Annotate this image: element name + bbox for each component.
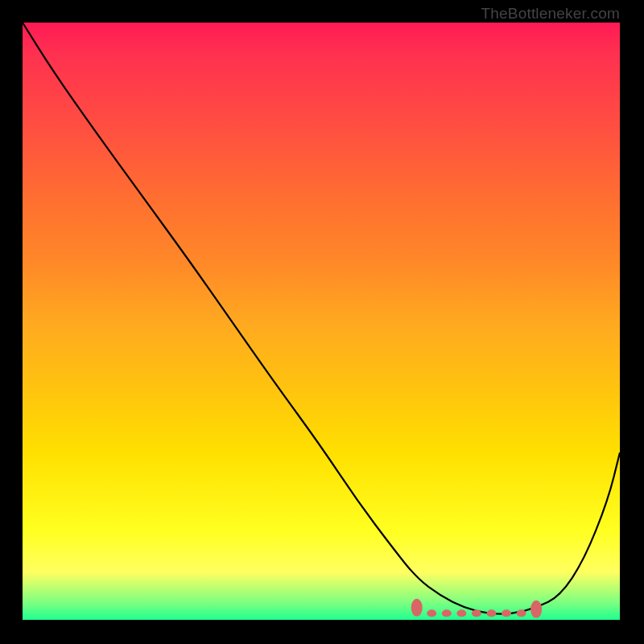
- optimal-markers: [411, 599, 542, 618]
- optimal-marker: [442, 609, 452, 617]
- chart-area: [23, 23, 620, 620]
- optimal-marker: [472, 609, 481, 617]
- chart-svg: [23, 23, 620, 620]
- optimal-marker: [486, 609, 496, 617]
- optimal-marker: [427, 609, 436, 617]
- optimal-marker: [456, 609, 466, 617]
- optimal-marker: [502, 609, 511, 617]
- optimal-marker: [517, 609, 526, 617]
- optimal-marker: [530, 601, 542, 618]
- optimal-marker: [411, 599, 423, 617]
- watermark-text: TheBottleneker.com: [481, 5, 620, 23]
- bottleneck-curve: [23, 23, 620, 614]
